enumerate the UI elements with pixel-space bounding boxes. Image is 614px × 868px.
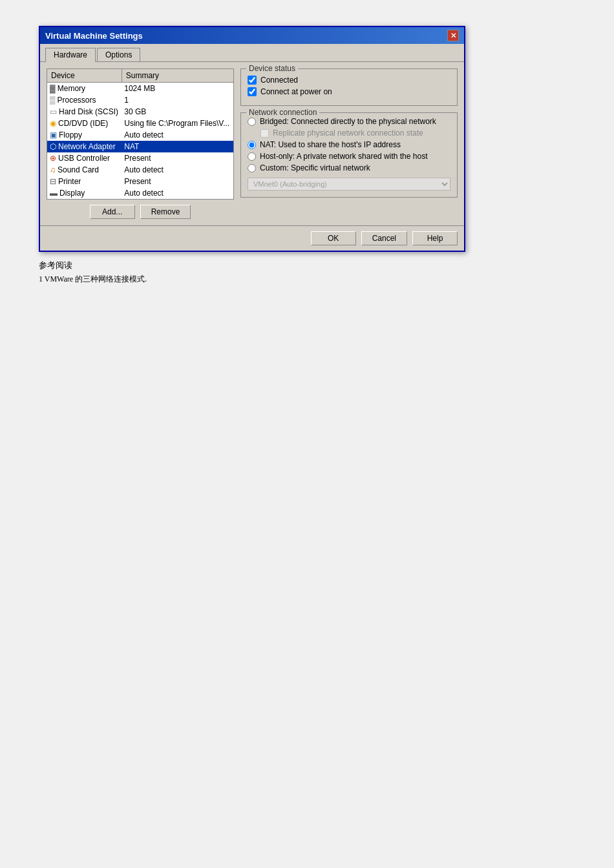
remove-button[interactable]: Remove [140, 205, 191, 219]
col-header-summary: Summary [122, 69, 233, 83]
table-row[interactable]: ⬡Network AdapterNAT [47, 141, 234, 152]
dialog-content: Device Summary ▓Memory1024 MB▒Processors… [40, 62, 464, 225]
reference-title: 参考阅读 [39, 260, 575, 271]
table-row[interactable]: ▭Hard Disk (SCSI)30 GB [47, 106, 234, 118]
tab-options[interactable]: Options [97, 48, 140, 61]
replicate-row: Replicate physical network connection st… [260, 129, 450, 138]
device-cell: ▓Memory [47, 83, 122, 95]
nat-label: NAT: Used to share the host's IP address [260, 140, 401, 149]
summary-cell: 1024 MB [122, 83, 233, 95]
title-bar: Virtual Machine Settings ✕ [40, 27, 464, 44]
summary-cell: 30 GB [122, 106, 233, 118]
table-row[interactable]: ♫Sound CardAuto detect [47, 164, 234, 176]
reference-list: 1 VMWare 的三种网络连接模式. [39, 274, 575, 285]
device-cell: ⊕USB Controller [47, 152, 122, 164]
summary-cell: Using file C:\Program Files\V... [122, 118, 233, 129]
replicate-label: Replicate physical network connection st… [273, 129, 423, 138]
bridged-label: Bridged: Connected directly to the physi… [260, 117, 436, 126]
connected-checkbox[interactable] [248, 76, 257, 85]
host-only-row: Host-only: A private network shared with… [248, 152, 450, 161]
summary-cell: Auto detect [122, 129, 233, 141]
table-row[interactable]: ▣FloppyAuto detect [47, 129, 234, 141]
device-cell: ⬡Network Adapter [47, 141, 122, 152]
connect-power-checkbox[interactable] [248, 87, 257, 96]
table-row[interactable]: ▬DisplayAuto detect [47, 187, 234, 200]
connected-label: Connected [260, 76, 298, 85]
summary-cell: Auto detect [122, 187, 233, 200]
device-cell: ▬Display [47, 187, 122, 200]
settings-panel: Device status Connected Connect at power… [240, 68, 458, 219]
replicate-checkbox[interactable] [260, 129, 269, 138]
summary-cell: Present [122, 176, 233, 187]
summary-cell: 1 [122, 94, 233, 106]
dialog-title: Virtual Machine Settings [45, 31, 143, 41]
custom-row: Custom: Specific virtual network [248, 163, 450, 172]
table-row[interactable]: ⊟PrinterPresent [47, 176, 234, 187]
device-cell: ♫Sound Card [47, 164, 122, 176]
device-cell: ▣Floppy [47, 129, 122, 141]
close-button[interactable]: ✕ [447, 30, 459, 41]
device-cell: ▭Hard Disk (SCSI) [47, 106, 122, 118]
tab-bar: Hardware Options [40, 44, 464, 62]
nat-row: NAT: Used to share the host's IP address [248, 140, 450, 149]
device-buttons: Add... Remove [47, 205, 234, 219]
table-row[interactable]: ◉CD/DVD (IDE)Using file C:\Program Files… [47, 118, 234, 129]
device-cell: ▒Processors [47, 94, 122, 106]
virtual-machine-settings-dialog: Virtual Machine Settings ✕ Hardware Opti… [39, 26, 465, 252]
table-row[interactable]: ⊕USB ControllerPresent [47, 152, 234, 164]
summary-cell: Present [122, 152, 233, 164]
ok-button[interactable]: OK [311, 231, 356, 245]
summary-cell: Auto detect [122, 164, 233, 176]
col-header-device: Device [47, 69, 122, 83]
table-row[interactable]: ▓Memory1024 MB [47, 83, 234, 95]
reference-section: 参考阅读 1 VMWare 的三种网络连接模式. [39, 260, 575, 285]
cancel-button[interactable]: Cancel [361, 231, 407, 245]
device-table: Device Summary ▓Memory1024 MB▒Processors… [47, 68, 234, 200]
custom-radio[interactable] [248, 164, 256, 172]
connected-row: Connected [248, 76, 450, 85]
help-button[interactable]: Help [412, 231, 458, 245]
vmnet-select[interactable]: VMnet0 (Auto-bridging) [248, 178, 450, 191]
host-only-label: Host-only: A private network shared with… [260, 152, 427, 161]
network-connection-title: Network connection [246, 108, 319, 117]
add-button[interactable]: Add... [90, 205, 135, 219]
dialog-footer: OK Cancel Help [40, 225, 464, 251]
device-status-title: Device status [246, 64, 298, 73]
connect-power-label: Connect at power on [260, 87, 332, 96]
device-cell: ⊟Printer [47, 176, 122, 187]
device-panel: Device Summary ▓Memory1024 MB▒Processors… [47, 68, 234, 219]
host-only-radio[interactable] [248, 152, 256, 161]
custom-label: Custom: Specific virtual network [260, 163, 370, 172]
device-status-group: Device status Connected Connect at power… [240, 68, 458, 106]
device-cell: ◉CD/DVD (IDE) [47, 118, 122, 129]
bridged-radio[interactable] [248, 118, 256, 126]
network-connection-group: Network connection Bridged: Connected di… [240, 112, 458, 198]
bridged-row: Bridged: Connected directly to the physi… [248, 117, 450, 126]
reference-item: 1 VMWare 的三种网络连接模式. [39, 274, 575, 285]
summary-cell: NAT [122, 141, 233, 152]
table-row[interactable]: ▒Processors1 [47, 94, 234, 106]
tab-hardware[interactable]: Hardware [45, 48, 96, 62]
nat-radio[interactable] [248, 141, 256, 149]
connect-power-row: Connect at power on [248, 87, 450, 96]
